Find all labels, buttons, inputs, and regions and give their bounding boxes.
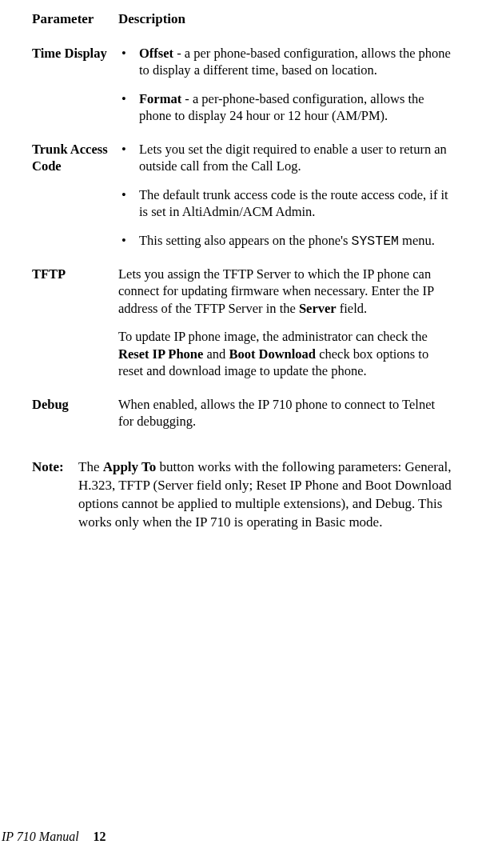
offset-text: - a per phone-based configuration, allow…	[139, 46, 451, 78]
page-number: 12	[94, 830, 106, 843]
table-row: TFTP Lets you assign the TFTP Server to …	[32, 262, 458, 393]
table-row: Debug When enabled, allows the IP 710 ph…	[32, 393, 458, 443]
desc-trunk: Lets you set the digit required to enabl…	[118, 138, 458, 262]
note-block: Note:The Apply To button works with the …	[32, 458, 458, 532]
tftp-p2-mid: and	[203, 346, 229, 362]
list-item: Offset - a per phone-based configuration…	[118, 45, 452, 79]
trunk-b3-pre: This setting also appears on the phone's	[139, 233, 352, 248]
list-item: The default trunk access code is the rou…	[118, 186, 452, 221]
server-bold: Server	[299, 301, 337, 316]
table-row: Time Display Offset - a per phone-based …	[32, 42, 458, 138]
format-text: - a per-phone-based configuration, allow…	[139, 91, 424, 123]
header-parameter: Parameter	[32, 8, 118, 42]
tftp-p2-pre: To update IP phone image, the administra…	[118, 329, 428, 344]
header-description: Description	[118, 8, 458, 42]
list-item: Format - a per-phone-based configuration…	[118, 90, 452, 125]
desc-debug: When enabled, allows the IP 710 phone to…	[118, 393, 458, 443]
list-item: This setting also appears on the phone's…	[118, 232, 452, 250]
trunk-b3-post: menu.	[399, 233, 435, 248]
system-mono: SYSTEM	[352, 234, 399, 249]
tftp-p1-post: field.	[337, 301, 368, 316]
table-row: Trunk Access Code Lets you set the digit…	[32, 138, 458, 262]
boot-download-bold: Boot Download	[229, 346, 316, 362]
list-item: Lets you set the digit required to enabl…	[118, 141, 452, 175]
param-trunk-access-code: Trunk Access Code	[32, 138, 118, 262]
desc-time-display: Offset - a per phone-based configuration…	[118, 42, 458, 138]
offset-label: Offset	[139, 46, 173, 61]
parameter-table: Parameter Description Time Display Offse…	[32, 8, 458, 442]
note-label: Note:	[32, 458, 78, 532]
param-tftp: TFTP	[32, 262, 118, 393]
note-text: The Apply To button works with the follo…	[78, 458, 458, 532]
format-label: Format	[139, 91, 181, 106]
param-time-display: Time Display	[32, 42, 118, 138]
manual-title: IP 710 Manual	[2, 830, 79, 843]
tftp-p1-pre: Lets you assign the TFTP Server to which…	[118, 266, 434, 316]
page-footer: IP 710 Manual 12	[0, 830, 106, 844]
param-debug: Debug	[32, 393, 118, 443]
reset-ip-phone-bold: Reset IP Phone	[118, 346, 203, 362]
desc-tftp: Lets you assign the TFTP Server to which…	[118, 262, 458, 393]
